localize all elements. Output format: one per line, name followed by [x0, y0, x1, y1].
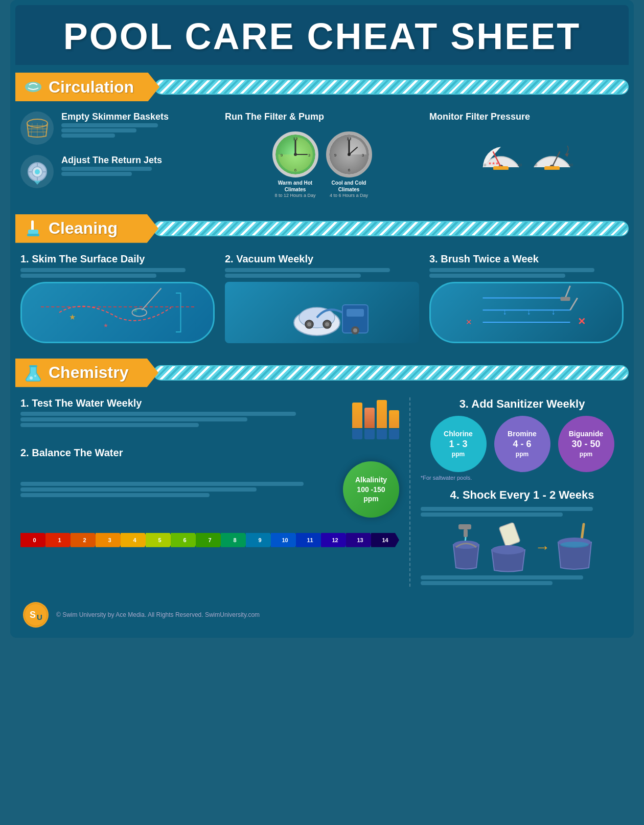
shock-desc-1 — [421, 507, 593, 511]
chemistry-icon — [23, 363, 43, 383]
svg-text:★: ★ — [103, 322, 108, 328]
svg-text:S: S — [30, 610, 36, 620]
shock-title: 4. Shock Every 1 - 2 Weeks — [421, 488, 624, 502]
jets-text: Adjust The Return Jets — [61, 155, 162, 177]
sanitizer-note: *For saltwater pools. — [421, 475, 624, 481]
ph-0: 0 — [20, 533, 49, 547]
footer-logo: S U — [23, 602, 49, 628]
shock-desc-2 — [421, 512, 563, 517]
skimmer-text: Empty Skimmer Baskets — [61, 112, 169, 139]
test-title: 1. Test The Water Weekly — [20, 397, 344, 409]
sanitizer-item: 3. Add Sanitizer Weekly Chlorine 1 - 3 p… — [421, 397, 624, 481]
svg-text:✕: ✕ — [578, 316, 586, 326]
clock-cool-face: 12 3 6 9 — [326, 131, 372, 177]
svg-text:0: 0 — [535, 163, 537, 167]
svg-text:✕: ✕ — [466, 317, 472, 326]
clocks-container: 12 3 6 9 Warm and Hot Climates 8 to 12 H… — [225, 131, 419, 199]
pool-brush-illus: → → → ✕ ✕ — [429, 282, 624, 343]
svg-line-7 — [42, 123, 43, 136]
rope-line-3 — [153, 365, 629, 381]
skim-desc-1 — [20, 268, 186, 272]
clock-warm: 12 3 6 9 Warm and Hot Climates 8 to 12 H… — [272, 131, 318, 199]
svg-point-70 — [30, 376, 33, 380]
svg-text:12: 12 — [293, 137, 297, 141]
balance-desc-3 — [20, 493, 210, 497]
svg-text:3: 3 — [361, 153, 364, 158]
brush-title: 3. Brush Twice a Week — [429, 253, 624, 265]
svg-point-10 — [35, 169, 40, 174]
balance-desc-2 — [20, 487, 257, 492]
svg-marker-15 — [34, 181, 41, 185]
alkalinity-unit: ppm — [363, 494, 379, 503]
test-tubes — [352, 400, 399, 439]
svg-text:9: 9 — [280, 153, 283, 158]
clock-warm-face: 12 3 6 9 — [272, 131, 318, 177]
svg-point-74 — [453, 541, 479, 549]
svg-text:→: → — [549, 307, 559, 316]
svg-text:U: U — [37, 613, 42, 621]
circulation-header: Circulation — [15, 73, 629, 101]
vacuum-title: 2. Vacuum Weekly — [225, 253, 419, 265]
skimmer-desc-3 — [61, 133, 115, 138]
skimmer-item: Empty Skimmer Baskets — [20, 112, 215, 145]
svg-rect-57 — [347, 309, 364, 317]
circulation-label: Circulation — [49, 78, 134, 97]
svg-rect-44 — [27, 234, 39, 236]
filter-pump-item: Run The Filter & Pump — [225, 112, 419, 199]
jets-item: Adjust The Return Jets — [20, 155, 215, 188]
svg-text:60: 60 — [569, 163, 573, 167]
svg-rect-72 — [458, 524, 471, 529]
skim-item: 1. Skim The Surface Daily ★ ★ ★ — [20, 253, 215, 343]
skimmer-title: Empty Skimmer Baskets — [61, 112, 169, 122]
svg-line-48 — [142, 288, 162, 310]
test-desc-1 — [20, 412, 296, 416]
alkalinity-label: Alkalinity — [355, 475, 387, 484]
svg-text:6: 6 — [348, 168, 350, 172]
svg-text:12: 12 — [347, 137, 351, 141]
svg-point-29 — [348, 153, 351, 156]
cleaning-header: Cleaning — [15, 214, 629, 243]
pool-skim-illus: ★ ★ ★ — [20, 282, 215, 343]
ph-12: 12 — [321, 533, 349, 547]
shock-item: 4. Shock Every 1 - 2 Weeks — [421, 488, 624, 587]
sanitizer-title: 3. Add Sanitizer Weekly — [421, 397, 624, 411]
ph-8: 8 — [221, 533, 249, 547]
svg-point-55 — [325, 322, 329, 326]
rope-line-2 — [153, 221, 629, 236]
bromine-circle: Bromine 4 - 6 ppm — [494, 416, 550, 472]
alkalinity-bubble: Alkalinity 100 -150 ppm — [343, 461, 399, 518]
cleaning-icon — [23, 218, 43, 239]
svg-rect-35 — [493, 166, 509, 170]
clock-warm-inner: 12 3 6 9 — [275, 135, 315, 174]
svg-rect-42 — [31, 220, 34, 231]
circulation-banner: Circulation — [15, 73, 159, 101]
svg-point-22 — [294, 153, 297, 156]
svg-line-5 — [31, 123, 32, 136]
clock-cool-label: Cool and Cold Climates 4 to 6 Hours a Da… — [326, 180, 372, 199]
rope-line-1 — [154, 79, 629, 95]
basket-icon — [20, 112, 54, 145]
jets-desc-2 — [61, 172, 132, 176]
ph-4: 4 — [121, 533, 149, 547]
ph-10: 10 — [271, 533, 299, 547]
vacuum-desc-1 — [225, 268, 390, 272]
gauge-2: 0 60 — [529, 131, 575, 170]
brush-item: 3. Brush Twice a Week → → → — [429, 253, 624, 343]
clock-cool: 12 3 6 9 Cool and Cold Climates 4 to 6 H… — [326, 131, 372, 199]
svg-text:→: → — [500, 307, 510, 316]
jets-title: Adjust The Return Jets — [61, 155, 162, 166]
chemistry-content: 1. Test The Water Weekly — [15, 392, 629, 592]
jets-icon — [20, 155, 54, 188]
main-title: POOL CARE CHEAT SHEET — [15, 15, 629, 57]
shock-buckets: → — [421, 522, 624, 573]
footer: S U © Swim University by Ace Media. All … — [15, 597, 629, 633]
skim-desc-2 — [20, 274, 156, 278]
shock-desc-4 — [421, 581, 553, 585]
gauges-container: ★★★ 0 60 0 60 — [429, 131, 624, 170]
svg-point-59 — [353, 328, 357, 332]
svg-text:★: ★ — [69, 313, 76, 321]
svg-rect-41 — [544, 166, 560, 170]
clock-warm-label: Warm and Hot Climates 8 to 12 Hours a Da… — [272, 180, 318, 199]
filter-pump-title: Run The Filter & Pump — [225, 112, 419, 122]
ph-3: 3 — [96, 533, 124, 547]
